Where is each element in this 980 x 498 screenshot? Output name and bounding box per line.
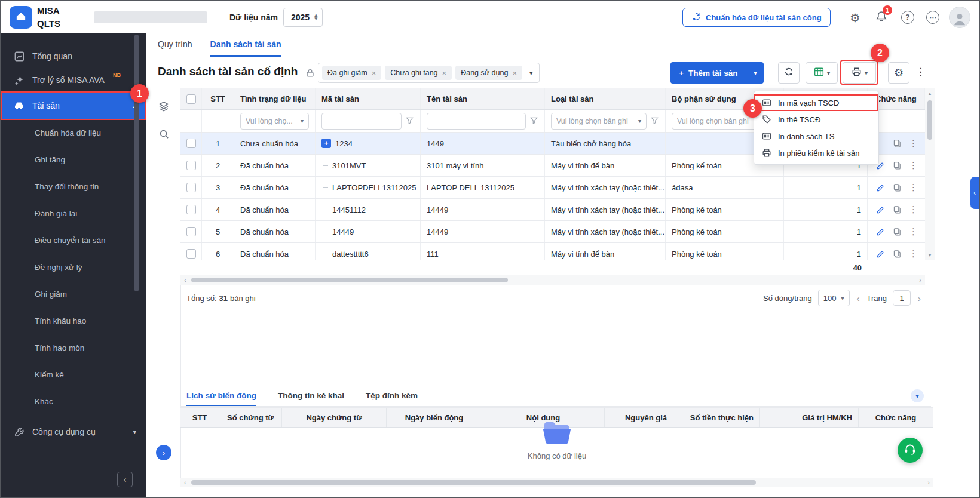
row-more-icon[interactable]: ⋮ [909,204,918,215]
page-size-select[interactable]: 100 ▾ [818,290,850,306]
header-code[interactable]: Mã tài sản [316,88,421,109]
header-type[interactable]: Loại tài sản [545,88,666,109]
scroll-right-icon[interactable]: › [924,478,933,487]
user-avatar[interactable] [949,7,970,28]
normalize-data-button[interactable]: Chuẩn hóa dữ liệu tài sản công [682,8,831,27]
header-stt[interactable]: STT [202,88,234,109]
row-checkbox[interactable] [186,139,196,148]
settings-gear-icon[interactable]: ⚙ [850,11,860,25]
menu-item-print-barcode[interactable]: In mã vạch TSCĐ [754,94,878,111]
toolbar-more-icon[interactable]: ⋮ [915,66,926,78]
chip-close-icon[interactable]: × [442,69,447,78]
chips-dropdown-icon[interactable]: ▾ [529,69,533,77]
funnel-filter-icon[interactable] [529,116,538,127]
filter-chip[interactable]: Đang sử dụng × [455,66,522,80]
edit-icon[interactable] [875,227,886,237]
table-row[interactable]: 3 Đã chuẩn hóa LAPTOPDELL13112025 LAPTOP… [180,177,925,199]
filter-chip[interactable]: Chưa ghi tăng × [385,66,452,80]
tab-attachments[interactable]: Tệp đính kèm [366,386,418,406]
row-checkbox[interactable] [186,249,196,259]
row-checkbox[interactable] [186,161,196,170]
sidebar-item-assets[interactable]: Tài sản ▴ [1,92,146,119]
row-checkbox[interactable] [186,183,196,192]
table-row[interactable]: 4 Đã chuẩn hóa 14451112 14449 Máy vi tín… [180,199,925,221]
detail-collapse-button[interactable]: ▾ [911,389,924,402]
row-checkbox[interactable] [186,205,196,214]
header-status[interactable]: Tình trạng dữ liệu [234,88,316,109]
edit-icon[interactable] [875,249,886,259]
year-spinner-arrows[interactable]: ▴ ▾ [314,14,317,20]
row-more-icon[interactable]: ⋮ [909,226,918,237]
year-spinner[interactable]: 2025 ▴ ▾ [283,8,323,27]
scroll-left-icon[interactable]: ‹ [180,275,190,285]
hscrollbar-thumb[interactable] [191,278,508,282]
code-filter-input[interactable] [321,113,402,130]
tab-process[interactable]: Quy trình [158,33,192,57]
tab-declaration[interactable]: Thông tin kê khai [278,386,344,406]
table-settings-button[interactable]: ⚙ [888,62,909,84]
grid-view-button[interactable]: ▾ [806,62,838,84]
sidebar-item-overview[interactable]: Tổng quan [1,44,146,68]
sidebar-collapse-button[interactable]: ‹ [117,472,133,487]
chip-close-icon[interactable]: × [372,69,376,78]
menu-item-print-list[interactable]: In danh sách TS [754,128,878,145]
copy-icon[interactable] [892,161,902,171]
copy-icon[interactable] [892,249,902,259]
filter-chips-bar[interactable]: Đã ghi giảm × Chưa ghi tăng × Đang sử dụ… [318,63,540,83]
row-more-icon[interactable]: ⋮ [909,160,918,171]
sidebar-sub-disposal-request[interactable]: Đề nghị xử lý [1,254,146,281]
chip-close-icon[interactable]: × [512,69,517,78]
layers-icon[interactable] [155,98,172,115]
copy-icon[interactable] [892,183,902,193]
expand-plus-icon[interactable]: + [321,139,331,148]
right-panel-toggle[interactable]: ‹ [970,177,979,209]
print-button[interactable]: ▾ [843,62,876,84]
edit-icon[interactable] [875,183,886,193]
sidebar-sub-increase[interactable]: Ghi tăng [1,146,146,173]
add-asset-dropdown-icon[interactable]: ▾ [746,62,764,84]
menu-item-print-card[interactable]: In thẻ TSCĐ [754,111,878,128]
more-apps-icon[interactable]: ⋯ [926,11,939,24]
funnel-filter-icon[interactable] [650,116,659,127]
row-more-icon[interactable]: ⋮ [909,248,918,259]
sidebar-sub-transfer[interactable]: Điều chuyển tài sản [1,227,146,254]
sidebar-sub-depreciation[interactable]: Tính khấu hao [1,308,146,334]
sidebar-sub-revaluation[interactable]: Đánh giá lại [1,200,146,227]
row-more-icon[interactable]: ⋮ [909,138,918,149]
add-asset-split-button[interactable]: + Thêm tài sản ▾ [670,62,764,84]
funnel-filter-icon[interactable] [405,116,414,127]
sidebar-sub-inventory[interactable]: Kiểm kê [1,361,146,388]
sidebar-scrollbar-thumb[interactable] [134,35,139,291]
scroll-up-icon[interactable]: ▴ [925,88,935,98]
page-number-input[interactable]: 1 [893,290,911,306]
sidebar-sub-decrease[interactable]: Ghi giảm [1,281,146,308]
table-vscrollbar[interactable]: ▴ ▾ [925,88,935,260]
edit-icon[interactable] [875,205,886,215]
tab-asset-list[interactable]: Danh sách tài sản [210,33,281,57]
support-chat-button[interactable] [898,438,923,463]
detail-hscrollbar[interactable]: ‹ › [180,478,933,487]
hscrollbar-thumb[interactable] [191,480,756,485]
copy-icon[interactable] [892,139,902,149]
type-filter-select[interactable]: Vui lòng chọn bản ghi ▾ [551,113,647,130]
row-more-icon[interactable]: ⋮ [909,182,918,193]
scroll-right-icon[interactable]: › [915,275,925,285]
next-page-button[interactable]: › [917,293,922,303]
table-row[interactable]: 5 Đã chuẩn hóa 14449 14449 Máy vi tính x… [180,221,925,243]
expand-panel-button[interactable]: › [156,445,172,460]
scroll-down-icon[interactable]: ▾ [925,250,935,260]
menu-item-print-inventory-sheet[interactable]: In phiếu kiểm kê tài sản [754,145,878,161]
filter-chip[interactable]: Đã ghi giảm × [322,66,381,80]
status-filter-select[interactable]: Vui lòng chọ... ▾ [240,113,309,130]
vscrollbar-thumb[interactable] [927,100,932,140]
spinner-down-icon[interactable]: ▾ [314,17,317,21]
name-filter-input[interactable] [427,113,526,130]
table-row[interactable]: 6 Đã chuẩn hóa dattesttttt6 111 Máy vi t… [180,243,925,260]
copy-icon[interactable] [892,227,902,237]
sidebar-sub-normalize-data[interactable]: Chuẩn hóa dữ liệu [1,119,146,146]
sidebar-sub-other[interactable]: Khác [1,388,146,415]
sidebar-item-ava-assistant[interactable]: Trợ lý số MISA AVA NB [1,68,146,92]
sidebar-sub-change-info[interactable]: Thay đổi thông tin [1,173,146,200]
header-name[interactable]: Tên tài sản [421,88,545,109]
copy-icon[interactable] [892,205,902,215]
